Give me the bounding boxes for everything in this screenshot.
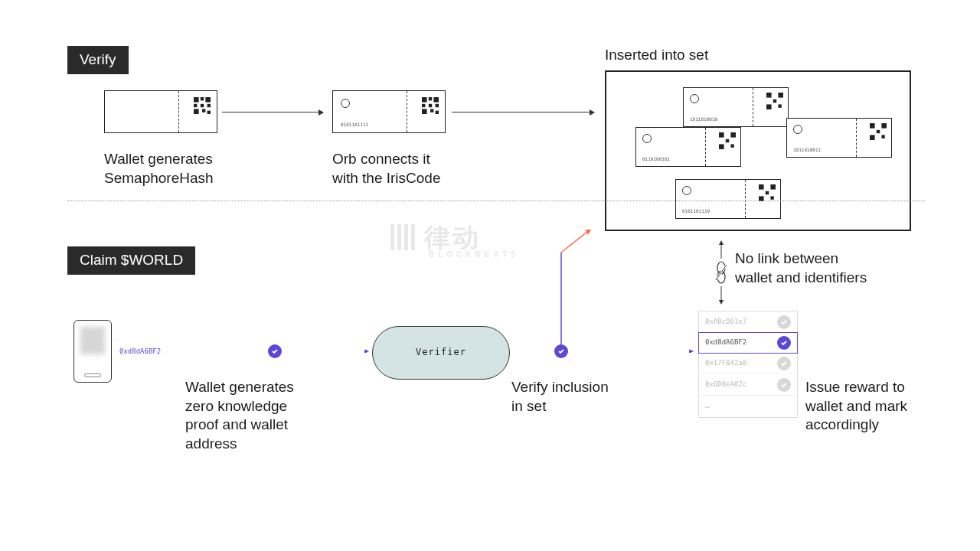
set-card: 1011010011: [786, 118, 892, 158]
svg-marker-39: [364, 350, 369, 353]
svg-rect-34: [770, 184, 776, 190]
qr-icon: [422, 97, 439, 114]
circle-icon: [341, 99, 350, 108]
svg-rect-3: [194, 104, 197, 107]
flow-line-up: [560, 230, 591, 346]
svg-rect-6: [194, 109, 199, 114]
svg-rect-10: [429, 97, 432, 100]
qr-icon: [194, 97, 211, 114]
divider: [67, 201, 925, 201]
set-card: 0110100101: [635, 127, 741, 167]
table-row: 0x17F042a8: [699, 353, 797, 374]
wallet-address: 0xd8dA6BF2: [119, 347, 161, 357]
card-orb-iriscode: 0101101111: [332, 90, 446, 133]
verifier-node: Verifier: [372, 326, 510, 380]
svg-rect-4: [201, 104, 204, 107]
svg-rect-35: [766, 191, 769, 194]
table-row: 0x6D0eA02c: [699, 374, 797, 396]
table-row: …: [699, 396, 797, 417]
flow-line: [164, 350, 369, 353]
svg-rect-16: [430, 109, 433, 112]
set-card: 1011010010: [683, 87, 789, 127]
svg-rect-30: [877, 130, 880, 133]
svg-rect-31: [870, 135, 875, 140]
table-row-highlighted: 0xd8dA6BF2: [698, 332, 798, 354]
svg-rect-28: [870, 123, 875, 129]
svg-rect-20: [773, 99, 776, 103]
svg-rect-24: [730, 132, 736, 138]
svg-rect-5: [207, 104, 211, 107]
svg-rect-0: [194, 97, 199, 103]
card-wallet-hash: [104, 90, 217, 133]
check-icon: [268, 344, 282, 358]
svg-rect-8: [207, 111, 211, 114]
label-card2: Orb connects it with the IrisCode: [332, 150, 441, 187]
svg-rect-21: [766, 104, 772, 109]
svg-marker-46: [719, 240, 724, 245]
svg-rect-12: [422, 104, 425, 107]
svg-rect-33: [759, 184, 764, 190]
label-set-title: Inserted into set: [605, 46, 708, 65]
svg-rect-2: [205, 97, 211, 103]
svg-rect-29: [881, 123, 887, 129]
label-step3: Issue reward to wallet and mark accordin…: [805, 378, 907, 435]
svg-rect-19: [778, 93, 783, 98]
svg-line-43: [561, 231, 588, 253]
label-step1: Wallet generates zero knowledge proof an…: [185, 378, 294, 454]
arrow-icon: [452, 112, 594, 112]
svg-rect-13: [429, 104, 432, 107]
svg-marker-41: [689, 350, 694, 353]
svg-rect-1: [201, 97, 204, 100]
label-nolink: No link between wallet and identifiers: [735, 249, 867, 287]
rewards-table: 0xABcD01e7 0xd8dA6BF2 0x17F042a8 0x6D0eA…: [698, 311, 798, 418]
label-step2: Verify inclusion in set: [511, 378, 609, 416]
svg-rect-32: [881, 135, 884, 138]
nolink-connector: [714, 237, 729, 308]
table-row: 0xABcD01e7: [699, 311, 797, 333]
svg-rect-37: [770, 196, 773, 199]
svg-rect-7: [202, 109, 205, 112]
svg-rect-27: [730, 144, 733, 147]
flow-line: [510, 350, 694, 353]
svg-rect-25: [726, 139, 729, 142]
check-icon: [554, 344, 568, 358]
svg-rect-14: [436, 104, 439, 107]
phone-icon: [74, 320, 112, 383]
set-container: 1011010010 0110100101 1011010011 0101101…: [605, 70, 911, 231]
svg-rect-9: [422, 97, 427, 103]
label-card1: Wallet generates SemaphoreHash: [104, 150, 214, 187]
svg-rect-23: [719, 132, 724, 138]
svg-marker-48: [719, 300, 724, 305]
svg-rect-18: [766, 93, 772, 98]
badge-claim: Claim $WORLD: [67, 246, 195, 275]
iris-code-text: 0101101111: [341, 122, 368, 128]
set-card: 0101101110: [675, 179, 781, 219]
arrow-icon: [222, 112, 323, 112]
svg-rect-15: [422, 109, 427, 114]
badge-verify: Verify: [67, 46, 129, 74]
svg-rect-26: [719, 144, 724, 149]
watermark: 律动 BLOCKBEATS: [390, 220, 481, 254]
svg-rect-22: [778, 104, 781, 107]
svg-rect-17: [436, 111, 439, 114]
svg-rect-11: [433, 97, 439, 103]
